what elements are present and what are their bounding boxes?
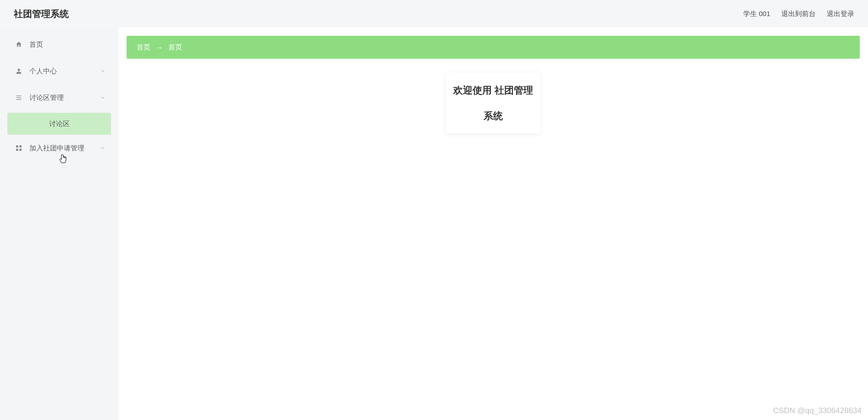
welcome-card: 欢迎使用 社团管理 系统 bbox=[446, 72, 540, 133]
header-right: 学生 001 退出到前台 退出登录 bbox=[743, 10, 854, 18]
sidebar-subitem-label: 讨论区 bbox=[49, 120, 70, 128]
breadcrumb-separator: → bbox=[156, 44, 163, 51]
sidebar: 首页 个人中心 讨论区管理 讨论区 bbox=[0, 28, 118, 420]
app-title: 社团管理系统 bbox=[14, 8, 69, 20]
svg-rect-7 bbox=[19, 149, 22, 151]
svg-rect-5 bbox=[19, 145, 22, 148]
sidebar-item-join-apply-manage[interactable]: 加入社团申请管理 bbox=[7, 135, 111, 161]
grid-icon bbox=[15, 144, 23, 152]
sidebar-item-label: 个人中心 bbox=[29, 67, 57, 76]
chevron-down-icon bbox=[100, 145, 106, 151]
breadcrumb-home[interactable]: 首页 bbox=[137, 43, 150, 52]
user-label[interactable]: 学生 001 bbox=[743, 10, 770, 18]
svg-rect-4 bbox=[16, 145, 18, 148]
sidebar-item-personal-center[interactable]: 个人中心 bbox=[7, 58, 111, 84]
sidebar-item-label: 首页 bbox=[29, 40, 43, 49]
home-icon bbox=[15, 40, 23, 49]
sidebar-item-home[interactable]: 首页 bbox=[7, 31, 111, 58]
sidebar-subitem-discussion[interactable]: 讨论区 bbox=[7, 113, 111, 135]
welcome-line2: 系统 bbox=[451, 110, 536, 122]
layout: 首页 个人中心 讨论区管理 讨论区 bbox=[0, 28, 868, 420]
sidebar-item-label: 加入社团申请管理 bbox=[29, 144, 84, 153]
sidebar-item-discussion-manage[interactable]: 讨论区管理 bbox=[7, 84, 111, 111]
breadcrumb: 首页 → 首页 bbox=[127, 36, 860, 59]
list-icon bbox=[15, 94, 23, 102]
chevron-down-icon bbox=[100, 68, 106, 74]
app-header: 社团管理系统 学生 001 退出到前台 退出登录 bbox=[0, 0, 868, 28]
svg-point-0 bbox=[17, 69, 20, 71]
breadcrumb-current: 首页 bbox=[168, 43, 182, 52]
chevron-down-icon bbox=[100, 95, 106, 100]
logout-button[interactable]: 退出登录 bbox=[827, 10, 854, 18]
watermark: CSDN @qq_3306428634 bbox=[773, 406, 862, 415]
main-content: 首页 → 首页 欢迎使用 社团管理 系统 bbox=[118, 28, 868, 420]
svg-rect-6 bbox=[16, 149, 18, 151]
user-icon bbox=[15, 67, 23, 75]
sidebar-item-label: 讨论区管理 bbox=[29, 94, 64, 102]
welcome-line1: 欢迎使用 社团管理 bbox=[451, 83, 536, 97]
exit-front-button[interactable]: 退出到前台 bbox=[781, 10, 816, 18]
